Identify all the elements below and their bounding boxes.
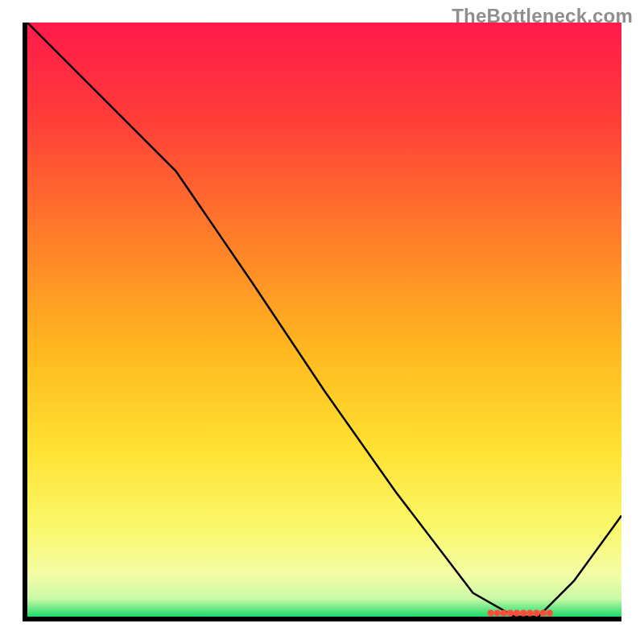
minimum-marker-dot bbox=[488, 610, 494, 617]
minimum-marker-dot bbox=[494, 610, 501, 617]
minimum-marker-dot bbox=[540, 610, 547, 617]
minimum-marker-dot bbox=[507, 610, 514, 617]
bottleneck-curve bbox=[27, 23, 621, 617]
minimum-marker-dot bbox=[526, 610, 533, 617]
minimum-marker-dot bbox=[520, 610, 526, 617]
minimum-marker-dot bbox=[533, 610, 539, 617]
curve-layer bbox=[27, 23, 621, 617]
chart-container: TheBottleneck.com bbox=[0, 0, 644, 644]
plot-frame bbox=[23, 23, 621, 621]
minimum-marker-dot bbox=[547, 610, 553, 617]
minimum-marker-dot bbox=[501, 610, 507, 617]
minimum-marker bbox=[488, 610, 553, 617]
minimum-marker-dot bbox=[514, 610, 520, 617]
